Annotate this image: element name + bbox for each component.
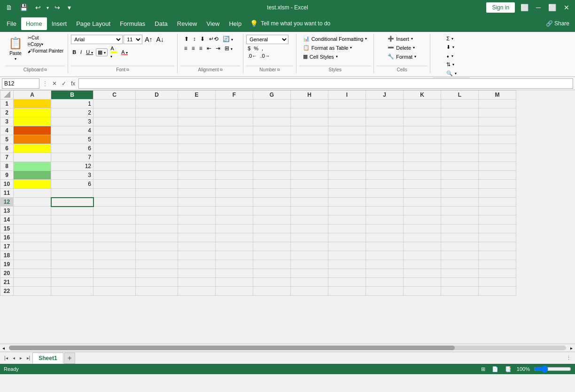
conditional-formatting-button[interactable]: 📊 Conditional Formatting ▾ [301,35,369,43]
cell-H2[interactable] [291,108,328,117]
cell-L11[interactable] [441,189,479,198]
cell-F6[interactable] [216,144,253,153]
cell-L21[interactable] [441,278,479,287]
cell-M4[interactable] [479,126,516,135]
cell-E2[interactable] [178,108,216,117]
cell-B10[interactable]: 6 [51,180,93,189]
lightbulb-icon[interactable]: 💡 [250,20,258,27]
cell-G7[interactable] [253,153,291,162]
cell-G19[interactable] [253,260,291,269]
cell-C22[interactable] [93,287,136,296]
align-right-button[interactable]: ≡ [197,44,204,53]
number-format-select[interactable]: General [246,35,288,44]
cell-G14[interactable] [253,215,291,224]
cell-D21[interactable] [136,278,178,287]
cell-I3[interactable] [328,117,366,126]
cell-reference-box[interactable] [2,78,39,89]
cell-D7[interactable] [136,153,178,162]
cell-M15[interactable] [479,224,516,233]
cell-D9[interactable] [136,171,178,180]
restore-icon[interactable]: ⬜ [546,3,558,12]
italic-button[interactable]: I [79,49,83,55]
sign-in-button[interactable]: Sign in [486,2,515,13]
cell-M18[interactable] [479,251,516,260]
ribbon-display-icon[interactable]: ⬜ [519,3,530,12]
share-button[interactable]: 🔗 Share [542,18,573,29]
corner-cell[interactable] [0,91,14,100]
row-header-1[interactable]: 1 [0,100,14,108]
cell-A14[interactable] [14,215,51,224]
cell-J20[interactable] [366,269,404,278]
cell-I15[interactable] [328,224,366,233]
align-top-button[interactable]: ⬆ [182,35,191,43]
cell-F19[interactable] [216,260,253,269]
cell-L9[interactable] [441,171,479,180]
row-header-20[interactable]: 20 [0,269,14,278]
cell-F12[interactable] [216,198,253,207]
cell-E13[interactable] [178,207,216,215]
cell-K8[interactable] [404,162,441,171]
cell-G16[interactable] [253,233,291,242]
save-icon[interactable]: 💾 [18,3,30,12]
cell-E15[interactable] [178,224,216,233]
cell-H7[interactable] [291,153,328,162]
cell-B20[interactable] [51,269,93,278]
cell-I7[interactable] [328,153,366,162]
cell-L1[interactable] [441,100,479,108]
cell-D10[interactable] [136,180,178,189]
add-sheet-button[interactable]: + [64,353,75,364]
cell-D17[interactable] [136,242,178,251]
cell-F13[interactable] [216,207,253,215]
cell-C20[interactable] [93,269,136,278]
cell-B3[interactable]: 3 [51,117,93,126]
font-color-button[interactable]: A ▾ [120,49,129,55]
border-dropdown[interactable]: ▾ [104,51,106,55]
cell-D11[interactable] [136,189,178,198]
cell-D13[interactable] [136,207,178,215]
cell-F10[interactable] [216,180,253,189]
cell-A19[interactable] [14,260,51,269]
cell-M12[interactable] [479,198,516,207]
cell-C2[interactable] [93,108,136,117]
cell-K18[interactable] [404,251,441,260]
menu-data[interactable]: Data [150,17,172,30]
page-layout-view-icon[interactable]: 📄 [490,366,500,373]
number-expand-icon[interactable]: ⧉ [277,68,280,72]
cell-E10[interactable] [178,180,216,189]
cell-J22[interactable] [366,287,404,296]
cell-B15[interactable] [51,224,93,233]
cell-C19[interactable] [93,260,136,269]
cell-A3[interactable] [14,117,51,126]
cell-F22[interactable] [216,287,253,296]
cell-H17[interactable] [291,242,328,251]
cell-H19[interactable] [291,260,328,269]
cell-G1[interactable] [253,100,291,108]
redo-icon[interactable]: ↪ [53,3,62,12]
cell-A15[interactable] [14,224,51,233]
cell-L5[interactable] [441,135,479,144]
cell-B6[interactable]: 6 [51,144,93,153]
col-header-G[interactable]: G [253,91,291,100]
cell-F3[interactable] [216,117,253,126]
cell-L12[interactable] [441,198,479,207]
cell-M17[interactable] [479,242,516,251]
cell-A20[interactable] [14,269,51,278]
col-header-L[interactable]: L [441,91,479,100]
zoom-slider[interactable] [534,365,571,373]
cell-J11[interactable] [366,189,404,198]
cell-C16[interactable] [93,233,136,242]
font-size-select[interactable]: 11 [124,35,142,44]
cell-H13[interactable] [291,207,328,215]
cell-D19[interactable] [136,260,178,269]
cell-G12[interactable] [253,198,291,207]
cell-H5[interactable] [291,135,328,144]
cell-D20[interactable] [136,269,178,278]
paste-dropdown[interactable]: ▾ [15,57,16,61]
underline-button[interactable]: U ▾ [85,49,94,55]
col-header-J[interactable]: J [366,91,404,100]
sheet-tab-sheet1[interactable]: Sheet1 [32,353,63,364]
undo-icon[interactable]: ↩ [33,3,43,12]
copy-button[interactable]: ⎘ Copy ▾ [26,41,65,47]
paste-button[interactable]: 📋 Paste ▾ [6,35,25,63]
cell-K4[interactable] [404,126,441,135]
